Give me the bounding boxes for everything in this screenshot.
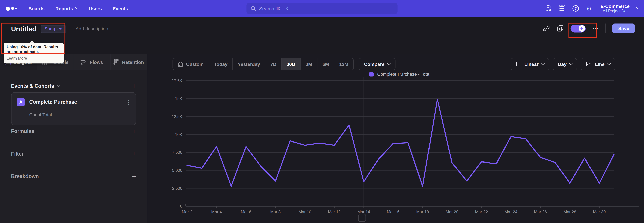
sampling-tooltip: Using 10% of data. Results are approxima… <box>4 43 64 63</box>
nav-item-reports[interactable]: Reports <box>55 6 78 11</box>
svg-text:Mar 2: Mar 2 <box>182 209 192 214</box>
svg-text:Mar 28: Mar 28 <box>564 209 576 214</box>
svg-text:Mar 26: Mar 26 <box>534 209 547 214</box>
events-cohorts-header[interactable]: Events & Cohorts <box>11 83 60 89</box>
svg-text:Mar 30: Mar 30 <box>593 209 606 214</box>
sampling-toggle[interactable] <box>570 25 586 32</box>
chart-panel: Custom Today Yesterday 7D 30D 3M 6M 12M … <box>148 54 644 223</box>
svg-text:10K: 10K <box>175 132 182 137</box>
add-breakdown-button[interactable]: + <box>132 174 136 179</box>
svg-text:12.5K: 12.5K <box>172 114 182 119</box>
event-letter-badge: A <box>17 98 25 106</box>
more-actions-icon[interactable]: ⋯ <box>592 26 599 30</box>
svg-text:0: 0 <box>180 204 182 208</box>
divider <box>606 24 606 33</box>
line-chart[interactable]: 02,5005,0007,50010K12.5K15K17.5KMar 2Mar… <box>148 54 644 223</box>
tab-retention[interactable]: Retention <box>110 54 147 70</box>
nav-item-events[interactable]: Events <box>112 6 128 11</box>
nav-right-cluster: ? ⚙ E-Commerce All Project Data <box>544 0 639 17</box>
svg-text:Mar 4: Mar 4 <box>211 209 222 214</box>
event-card[interactable]: A Complete Purchase ⋮ Count Total <box>11 92 136 125</box>
svg-text:7,500: 7,500 <box>172 150 182 155</box>
flows-icon <box>80 59 87 65</box>
report-title-bar: Untitled Sampled + Add description... <box>0 17 644 54</box>
svg-text:5,000: 5,000 <box>172 168 182 173</box>
screenshot-stage: Boards Reports Users Events Search ⌘ + K <box>0 0 644 223</box>
svg-text:?: ? <box>574 6 576 11</box>
search-icon <box>250 6 256 11</box>
add-to-board-icon[interactable] <box>556 25 564 32</box>
event-options-icon[interactable]: ⋮ <box>126 99 132 105</box>
svg-text:Mar 22: Mar 22 <box>475 209 488 214</box>
nav-item-boards[interactable]: Boards <box>28 6 44 11</box>
svg-text:Mar 10: Mar 10 <box>298 209 311 214</box>
filter-section-label: Filter <box>11 151 24 157</box>
svg-text:2,500: 2,500 <box>172 186 182 191</box>
project-scope: All Project Data <box>600 9 630 13</box>
apps-grid-icon[interactable] <box>558 5 566 12</box>
svg-text:Mar 14: Mar 14 <box>358 209 370 214</box>
add-event-button[interactable]: + <box>132 83 136 89</box>
project-selector[interactable]: E-Commerce All Project Data <box>600 4 630 13</box>
search-placeholder: Search ⌘ + K <box>259 6 289 11</box>
sampled-badge[interactable]: Sampled <box>41 25 66 33</box>
search-input[interactable]: Search ⌘ + K <box>246 3 398 14</box>
tooltip-text: Using 10% of data. Results are approxima… <box>6 44 61 54</box>
svg-text:15K: 15K <box>175 96 182 101</box>
tab-flows[interactable]: Flows <box>74 54 110 70</box>
formulas-section-label: Formulas <box>11 128 34 134</box>
copy-link-icon[interactable] <box>542 25 550 32</box>
chevron-down-icon <box>75 6 79 9</box>
report-title[interactable]: Untitled <box>11 25 36 33</box>
help-icon[interactable]: ? <box>572 5 579 12</box>
svg-text:Mar 24: Mar 24 <box>505 209 518 214</box>
nav-item-users[interactable]: Users <box>89 6 102 11</box>
settings-gear-icon[interactable]: ⚙ <box>585 5 593 12</box>
chevron-down-icon <box>636 6 640 9</box>
breakdown-section-label: Breakdown <box>11 174 39 179</box>
top-nav: Boards Reports Users Events Search ⌘ + K <box>0 0 644 17</box>
retention-icon <box>113 59 119 65</box>
svg-text:Mar 6: Mar 6 <box>241 209 251 214</box>
data-management-icon[interactable] <box>544 5 552 12</box>
query-builder-sidebar: Insights Funnels Flows <box>0 54 147 223</box>
svg-text:Mar 12: Mar 12 <box>328 209 340 214</box>
svg-text:17.5K: 17.5K <box>172 78 182 83</box>
learn-more-link[interactable]: Learn More <box>6 56 27 60</box>
lightning-bolt-icon <box>578 25 585 32</box>
add-filter-button[interactable]: + <box>132 151 136 157</box>
save-button[interactable]: Save <box>612 24 635 33</box>
chevron-down-icon <box>57 83 60 86</box>
event-metric[interactable]: Count Total <box>29 113 52 117</box>
svg-text:Mar 8: Mar 8 <box>270 209 281 214</box>
add-formula-button[interactable]: + <box>132 128 136 134</box>
add-description-field[interactable]: + Add description... <box>72 26 112 31</box>
event-name[interactable]: Complete Purchase <box>29 99 77 105</box>
mixpanel-logo-icon[interactable] <box>6 6 17 11</box>
svg-text:Mar 16: Mar 16 <box>387 209 400 214</box>
svg-text:Mar 18: Mar 18 <box>416 209 429 214</box>
svg-text:Mar 20: Mar 20 <box>446 209 458 214</box>
project-name: E-Commerce <box>600 4 630 9</box>
